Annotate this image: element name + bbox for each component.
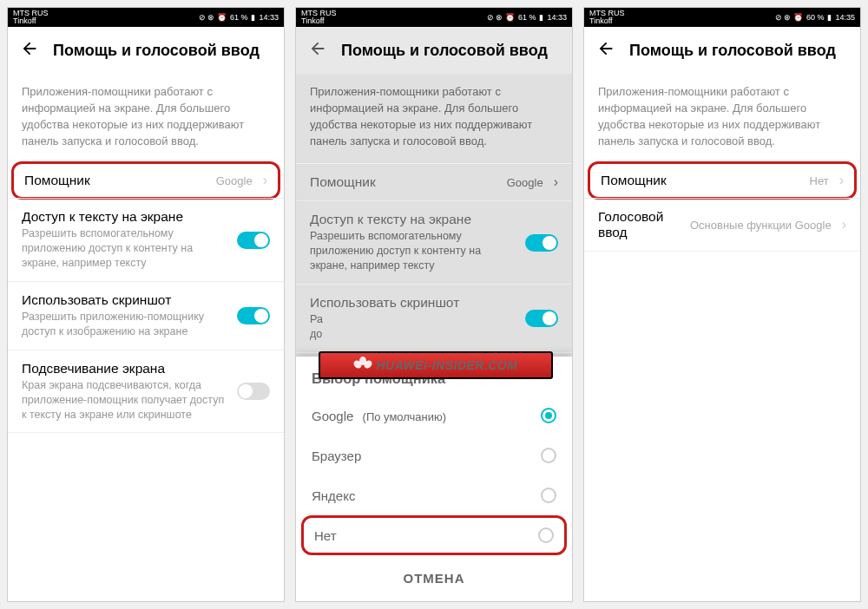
status-bar: MTS RUS Tinkoff ⊘ ⊗ ⏰ 61 % ▮ 14:33 bbox=[8, 8, 284, 27]
status-bar: MTS RUS Tinkoff ⊘ ⊗ ⏰ 61 % ▮ 14:33 bbox=[296, 8, 572, 27]
page-description: Приложения-помощники работают с информац… bbox=[8, 74, 284, 163]
phone-screen-2: MTS RUS Tinkoff ⊘ ⊗ ⏰ 61 % ▮ 14:33 Помощ… bbox=[295, 7, 573, 602]
watermark-text: HUAWEI-INSIDER.COM bbox=[377, 358, 518, 372]
voice-input-label: Голосовой ввод bbox=[598, 209, 680, 240]
huawei-logo-icon bbox=[354, 357, 372, 374]
option-browser-label: Браузер bbox=[312, 449, 361, 463]
status-time: 14:33 bbox=[547, 13, 567, 22]
battery-icon: ▮ bbox=[827, 13, 832, 22]
carrier-2: Tinkoff bbox=[589, 17, 625, 25]
status-icons: ⊘ ⊗ ⏰ bbox=[199, 13, 227, 22]
screenshot-toggle[interactable] bbox=[525, 310, 558, 327]
chevron-right-icon: › bbox=[554, 174, 558, 190]
status-time: 14:33 bbox=[259, 13, 279, 22]
page-description: Приложения-помощники работают с информац… bbox=[584, 74, 860, 163]
app-header: Помощь и голосовой ввод bbox=[584, 27, 860, 74]
text-access-toggle[interactable] bbox=[525, 234, 558, 252]
assistant-picker-sheet: Выбор помощника Google (По умолчанию) Бр… bbox=[296, 357, 572, 601]
assistant-label: Помощник bbox=[310, 174, 496, 190]
radio-icon[interactable] bbox=[541, 448, 556, 463]
phone-screen-3: MTS RUS Tinkoff ⊘ ⊗ ⏰ 60 % ▮ 14:35 Помощ… bbox=[583, 7, 861, 602]
battery-percent: 61 % bbox=[518, 13, 536, 22]
assistant-value: Нет bbox=[810, 174, 829, 187]
row-screenshot[interactable]: Использовать скриншот Радо bbox=[296, 284, 572, 352]
page-title: Помощь и голосовой ввод bbox=[341, 42, 548, 60]
radio-selected-icon[interactable] bbox=[541, 408, 556, 423]
screenshot-label: Использовать скриншот bbox=[310, 295, 515, 311]
battery-icon: ▮ bbox=[539, 13, 543, 22]
sheet-option-browser[interactable]: Браузер bbox=[296, 435, 572, 475]
sheet-option-yandex[interactable]: Яндекс bbox=[296, 475, 572, 515]
text-access-label: Доступ к тексту на экране bbox=[22, 209, 227, 225]
chevron-right-icon: › bbox=[842, 217, 846, 232]
sheet-option-google[interactable]: Google (По умолчанию) bbox=[296, 396, 572, 435]
row-assistant[interactable]: Помощник Google › bbox=[296, 163, 572, 200]
carrier-2: Tinkoff bbox=[13, 17, 49, 25]
highlight-toggle[interactable] bbox=[237, 383, 270, 400]
page-description: Приложения-помощники работают с информац… bbox=[296, 74, 572, 163]
text-access-sub: Разрешить вспомогательному приложению до… bbox=[310, 229, 515, 273]
option-google-default: (По умолчанию) bbox=[363, 410, 447, 423]
app-header: Помощь и голосовой ввод bbox=[8, 27, 284, 74]
text-access-toggle[interactable] bbox=[237, 232, 270, 249]
page-title: Помощь и голосовой ввод bbox=[629, 42, 836, 60]
row-text-access[interactable]: Доступ к тексту на экране Разрешить вспо… bbox=[296, 200, 572, 284]
row-assistant[interactable]: Помощник Google › bbox=[11, 161, 280, 200]
option-none-label: Нет bbox=[314, 528, 337, 543]
status-bar: MTS RUS Tinkoff ⊘ ⊗ ⏰ 60 % ▮ 14:35 bbox=[584, 8, 860, 27]
chevron-right-icon: › bbox=[263, 173, 267, 188]
row-highlight-screen[interactable]: Подсвечивание экрана Края экрана подсвеч… bbox=[8, 350, 284, 434]
screenshot-label: Использовать скриншот bbox=[22, 292, 227, 308]
screenshot-sub: Разрешить приложению-помощнику доступ к … bbox=[22, 310, 227, 339]
radio-icon[interactable] bbox=[538, 527, 554, 543]
status-icons: ⊘ ⊗ ⏰ bbox=[775, 13, 803, 22]
screenshot-toggle[interactable] bbox=[237, 307, 270, 324]
status-icons: ⊘ ⊗ ⏰ bbox=[487, 13, 515, 22]
status-time: 14:35 bbox=[835, 13, 855, 22]
screenshot-sub: Радо bbox=[310, 312, 515, 342]
assistant-label: Помощник bbox=[24, 173, 206, 188]
radio-icon[interactable] bbox=[541, 488, 556, 503]
chevron-right-icon: › bbox=[839, 173, 844, 188]
assistant-value: Google bbox=[216, 174, 253, 187]
back-icon[interactable] bbox=[20, 39, 39, 62]
assistant-label: Помощник bbox=[601, 173, 799, 188]
highlight-sub: Края экрана подсвечиваются, когда прилож… bbox=[22, 378, 227, 422]
carrier-2: Tinkoff bbox=[301, 17, 337, 25]
assistant-value: Google bbox=[507, 176, 543, 189]
row-assistant[interactable]: Помощник Нет › bbox=[588, 161, 857, 200]
text-access-label: Доступ к тексту на экране bbox=[310, 212, 515, 227]
watermark-badge: HUAWEI-INSIDER.COM bbox=[319, 351, 553, 379]
app-header: Помощь и голосовой ввод bbox=[296, 27, 572, 74]
page-title: Помощь и голосовой ввод bbox=[53, 42, 260, 60]
phone-screen-1: MTS RUS Tinkoff ⊘ ⊗ ⏰ 61 % ▮ 14:33 Помощ… bbox=[7, 7, 285, 602]
row-voice-input[interactable]: Голосовой ввод Основные функции Google › bbox=[584, 198, 860, 252]
sheet-option-none[interactable]: Нет bbox=[301, 515, 567, 555]
voice-input-value: Основные функции Google bbox=[690, 219, 832, 232]
option-google-label: Google bbox=[312, 409, 353, 423]
cancel-button[interactable]: ОТМЕНА bbox=[296, 555, 572, 601]
row-text-access[interactable]: Доступ к тексту на экране Разрешить вспо… bbox=[8, 198, 284, 281]
row-screenshot[interactable]: Использовать скриншот Разрешить приложен… bbox=[8, 281, 284, 350]
battery-percent: 61 % bbox=[230, 13, 248, 22]
battery-icon: ▮ bbox=[251, 13, 255, 22]
back-icon[interactable] bbox=[596, 39, 615, 62]
highlight-label: Подсвечивание экрана bbox=[22, 361, 227, 377]
battery-percent: 60 % bbox=[806, 13, 825, 22]
option-yandex-label: Яндекс bbox=[312, 488, 355, 503]
text-access-sub: Разрешить вспомогательному приложению до… bbox=[22, 226, 227, 271]
back-icon[interactable] bbox=[308, 39, 327, 62]
